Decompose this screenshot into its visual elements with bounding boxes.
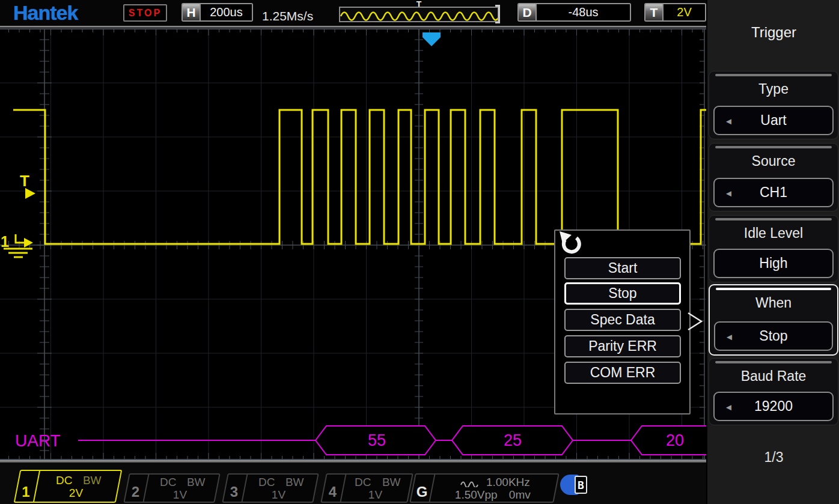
volt-scale: 2V <box>69 487 83 499</box>
group-strip <box>715 218 832 220</box>
when-value-button[interactable]: ◄ Stop <box>714 321 833 351</box>
volt-scale: 1V <box>368 488 382 501</box>
coupling-label: DC <box>56 474 72 487</box>
trigger-when-popup: Start Stop Spec Data Parity ERR COM ERR <box>554 229 691 414</box>
group-strip <box>715 74 832 76</box>
bandwidth-label: BW <box>285 476 304 488</box>
channel1-ground-marker[interactable]: 1 <box>1 233 33 257</box>
trigger-level-marker-label: T <box>20 172 29 190</box>
trigger-delay-box[interactable]: D -48us <box>517 3 631 22</box>
usb-device-badge: B <box>575 476 587 494</box>
type-value-button[interactable]: ◄ Uart <box>713 106 834 135</box>
preview-sine-icon <box>340 8 498 21</box>
trigger-menu-panel: Trigger Type ◄ Uart Source ◄ CH1 Idle Le… <box>706 0 839 504</box>
bandwidth-label: BW <box>187 476 206 488</box>
run-stop-status[interactable]: STOP <box>123 4 167 22</box>
left-arrow-icon: ◄ <box>725 331 734 341</box>
group-strip <box>716 288 831 290</box>
generator-tab[interactable]: G 1.00KHz 1.50Vpp 0mv <box>409 473 560 503</box>
delay-key-icon: D <box>519 4 537 20</box>
volt-scale: 1V <box>173 488 187 501</box>
trigger-level-value: 2V <box>664 4 705 20</box>
channel1-tab[interactable]: 1 DCBW 2V <box>14 470 123 503</box>
waveform-preview[interactable] <box>339 7 499 22</box>
horizontal-key-icon: H <box>183 4 201 20</box>
trigger-position-marker[interactable] <box>423 32 441 46</box>
generator-frequency: 1.00KHz <box>486 476 530 488</box>
group-strip <box>715 146 832 148</box>
trigger-key-icon: T <box>645 4 664 20</box>
channel-number: 1 <box>22 484 29 500</box>
channel4-tab[interactable]: 4 DCBW 1V <box>320 473 413 503</box>
menu-group-baud-rate: Baud Rate ◄ 19200 <box>709 358 838 425</box>
timebase-value: 200us <box>201 4 252 20</box>
bandwidth-label: BW <box>83 474 102 487</box>
channel-number: 4 <box>329 484 337 500</box>
menu-page-indicator: 1/3 <box>707 449 839 466</box>
group-strip <box>715 361 832 363</box>
menu-group-source: Source ◄ CH1 <box>709 143 838 211</box>
left-arrow-icon: ◄ <box>724 187 733 198</box>
menu-group-type: Type ◄ Uart <box>709 71 838 139</box>
panel-title: Trigger <box>707 24 839 41</box>
popup-pointer-chevron-icon <box>686 309 706 334</box>
rotate-arrow-icon <box>555 231 585 257</box>
baud-rate-value-button[interactable]: ◄ 19200 <box>713 392 834 421</box>
group-label: When <box>710 295 837 311</box>
group-label: Source <box>709 153 838 169</box>
sine-wave-icon <box>460 479 478 487</box>
preview-window-bracket <box>495 5 500 23</box>
menu-group-idle-level: Idle Level High <box>709 215 838 282</box>
popup-item-stop[interactable]: Stop <box>564 282 681 305</box>
coupling-label: DC <box>355 476 371 488</box>
group-label: Idle Level <box>709 225 838 241</box>
popup-item-start[interactable]: Start <box>564 257 681 279</box>
group-label: Baud Rate <box>709 368 838 384</box>
top-status-bar: Hantek STOP H 200us 1.25Ms/s T D -48us T… <box>0 0 706 26</box>
trigger-level-marker[interactable] <box>25 188 35 199</box>
popup-item-parity-err[interactable]: Parity ERR <box>564 335 681 357</box>
horizontal-timebase-box[interactable]: H 200us <box>182 3 253 22</box>
menu-group-when: When ◄ Stop <box>709 284 838 356</box>
left-arrow-icon: ◄ <box>724 401 733 411</box>
oscilloscope-screen: Hantek STOP H 200us 1.25Ms/s T D -48us T… <box>0 0 839 504</box>
channel-number: 2 <box>132 484 139 500</box>
delay-value: -48us <box>537 4 630 20</box>
svg-text:1: 1 <box>1 233 9 250</box>
brand-logo: Hantek <box>13 1 78 25</box>
coupling-label: DC <box>258 476 275 488</box>
source-value-button[interactable]: ◄ CH1 <box>713 178 834 207</box>
popup-item-spec-data[interactable]: Spec Data <box>564 309 681 331</box>
group-label: Type <box>709 81 838 97</box>
channel-number: 3 <box>230 484 238 500</box>
generator-amplitude: 1.50Vpp <box>455 488 498 501</box>
channel2-tab[interactable]: 2 DCBW 1V <box>123 473 221 503</box>
idle-level-value-button[interactable]: High <box>713 249 834 278</box>
trigger-level-box[interactable]: T 2V <box>644 3 706 22</box>
scope-display: UART 55 25 20 T 1 <box>0 28 706 461</box>
coupling-label: DC <box>160 476 176 488</box>
generator-key: G <box>416 484 427 500</box>
bandwidth-label: BW <box>382 476 401 488</box>
sample-rate: 1.25Ms/s <box>262 9 313 23</box>
generator-offset: 0mv <box>509 488 531 501</box>
popup-item-com-err[interactable]: COM ERR <box>564 362 681 384</box>
channel-status-bar: 1 DCBW 2V 2 DCBW 1V 3 DCBW 1V 4 DCBW <box>0 463 706 504</box>
left-arrow-icon: ◄ <box>724 115 733 126</box>
run-state-label: STOP <box>129 8 162 19</box>
volt-scale: 1V <box>272 488 285 501</box>
channel3-tab[interactable]: 3 DCBW 1V <box>222 473 319 503</box>
